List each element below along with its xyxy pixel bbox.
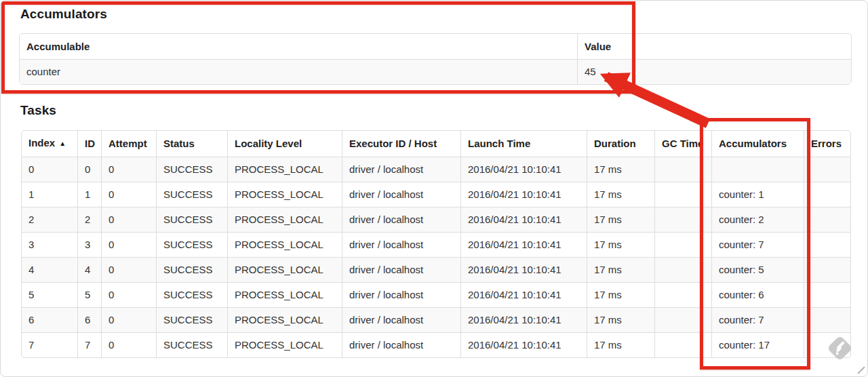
cell-launch_time: 2016/04/21 10:10:41 [460,207,587,232]
column-header-accumulators[interactable]: Accumulators [711,131,804,157]
cell-errors [804,257,850,282]
cell-status: SUCCESS [156,282,227,307]
cell-value: 45 [577,59,851,84]
column-header-launch-time[interactable]: Launch Time [460,131,587,157]
cell-index: 1 [22,182,77,207]
cell-attempt: 0 [101,282,156,307]
cell-locality_level: PROCESS_LOCAL [227,207,342,232]
cell-duration: 17 ms [587,332,654,357]
cell-locality_level: PROCESS_LOCAL [227,157,342,182]
cell-errors [804,182,850,207]
column-header-value[interactable]: Value [577,34,851,59]
cell-accumulators: counter: 7 [711,307,804,332]
cell-errors [804,207,850,232]
column-header-gc-time[interactable]: GC Time [654,131,711,157]
cell-id: 3 [77,232,101,257]
table-row: 440SUCCESSPROCESS_LOCALdriver / localhos… [22,257,850,282]
cell-accumulators: counter: 6 [711,282,804,307]
cell-duration: 17 ms [587,207,654,232]
table-row: counter45 [20,59,851,84]
cell-duration: 17 ms [587,257,654,282]
cell-launch_time: 2016/04/21 10:10:41 [460,232,587,257]
cell-executor_id_host: driver / localhost [342,282,460,307]
cell-locality_level: PROCESS_LOCAL [227,282,342,307]
cell-attempt: 0 [101,257,156,282]
cell-launch_time: 2016/04/21 10:10:41 [460,332,587,357]
sort-ascending-icon: ▲ [59,140,66,147]
column-header-status[interactable]: Status [156,131,227,157]
cell-duration: 17 ms [587,232,654,257]
cell-accumulators: counter: 2 [711,207,804,232]
cell-attempt: 0 [101,182,156,207]
cell-gc_time [654,282,711,307]
cell-id: 1 [77,182,101,207]
cell-gc_time [654,257,711,282]
cell-status: SUCCESS [156,232,227,257]
cell-launch_time: 2016/04/21 10:10:41 [460,157,587,182]
cell-executor_id_host: driver / localhost [342,257,460,282]
tasks-table-header-row: Index▲ ID Attempt Status Locality Level … [22,131,850,157]
accumulators-table: Accumulable Value counter45 [19,33,852,85]
cell-duration: 17 ms [587,182,654,207]
cell-launch_time: 2016/04/21 10:10:41 [460,182,587,207]
cell-id: 2 [77,207,101,232]
cell-gc_time [654,332,711,357]
resize-grip-icon [857,366,865,374]
table-row: 330SUCCESSPROCESS_LOCALdriver / localhos… [22,232,850,257]
cell-accumulators: counter: 1 [711,182,804,207]
cell-status: SUCCESS [156,307,227,332]
accumulators-section-title: Accumulators [20,7,107,22]
cell-executor_id_host: driver / localhost [342,232,460,257]
cell-status: SUCCESS [156,157,227,182]
cell-index: 4 [22,257,77,282]
column-header-locality-level[interactable]: Locality Level [227,131,342,157]
cell-id: 5 [77,282,101,307]
cell-accumulators [711,157,804,182]
cell-locality_level: PROCESS_LOCAL [227,182,342,207]
accumulators-table-header-row: Accumulable Value [20,34,851,59]
cell-accumulable: counter [20,59,577,84]
cell-duration: 17 ms [587,307,654,332]
cell-errors [804,282,850,307]
cell-accumulators: counter: 5 [711,257,804,282]
cell-status: SUCCESS [156,207,227,232]
column-header-index-label: Index [28,137,55,148]
cell-gc_time [654,157,711,182]
cell-id: 4 [77,257,101,282]
cell-errors [804,232,850,257]
cell-index: 6 [22,307,77,332]
cell-index: 0 [22,157,77,182]
cell-executor_id_host: driver / localhost [342,307,460,332]
cell-status: SUCCESS [156,182,227,207]
column-header-id[interactable]: ID [77,131,101,157]
column-header-duration[interactable]: Duration [587,131,654,157]
spark-stage-details-page: Accumulators Accumulable Value counter45… [0,0,868,377]
cell-index: 2 [22,207,77,232]
tasks-section-title: Tasks [20,103,56,118]
cell-attempt: 0 [101,157,156,182]
column-header-errors[interactable]: Errors [804,131,850,157]
table-row: 770SUCCESSPROCESS_LOCALdriver / localhos… [22,332,850,357]
cell-executor_id_host: driver / localhost [342,182,460,207]
cell-attempt: 0 [101,207,156,232]
cell-locality_level: PROCESS_LOCAL [227,307,342,332]
column-header-attempt[interactable]: Attempt [101,131,156,157]
cell-errors [804,157,850,182]
table-row: 110SUCCESSPROCESS_LOCALdriver / localhos… [22,182,850,207]
column-header-index[interactable]: Index▲ [22,131,77,157]
cell-duration: 17 ms [587,282,654,307]
cell-errors [804,307,850,332]
cell-gc_time [654,307,711,332]
cell-duration: 17 ms [587,157,654,182]
cell-index: 7 [22,332,77,357]
cell-attempt: 0 [101,332,156,357]
table-row: 000SUCCESSPROCESS_LOCALdriver / localhos… [22,157,850,182]
cell-accumulators: counter: 7 [711,232,804,257]
cell-gc_time [654,232,711,257]
cell-launch_time: 2016/04/21 10:10:41 [460,307,587,332]
table-row: 660SUCCESSPROCESS_LOCALdriver / localhos… [22,307,850,332]
cell-attempt: 0 [101,307,156,332]
column-header-accumulable[interactable]: Accumulable [20,34,577,59]
cell-gc_time [654,207,711,232]
column-header-executor-id-host[interactable]: Executor ID / Host [342,131,460,157]
